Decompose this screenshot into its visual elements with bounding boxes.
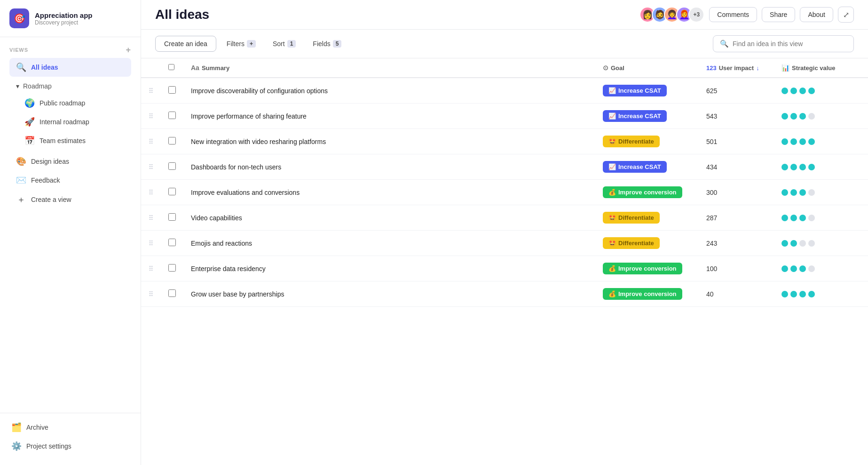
impact-value: 300 bbox=[706, 189, 717, 196]
summary-cell[interactable]: Enterprise data residency bbox=[183, 256, 595, 281]
row-checkbox[interactable] bbox=[168, 162, 176, 170]
drag-handle-icon[interactable]: ⠿ bbox=[149, 189, 153, 196]
row-checkbox[interactable] bbox=[168, 264, 176, 272]
summary-text: Emojis and reactions bbox=[191, 240, 252, 247]
dot-icon bbox=[790, 265, 797, 272]
table-row: ⠿New integration with video resharing pl… bbox=[141, 129, 868, 154]
row-checkbox[interactable] bbox=[168, 213, 176, 221]
row-checkbox[interactable] bbox=[168, 137, 176, 144]
goal-cell[interactable]: 📈Increase CSAT bbox=[595, 104, 699, 129]
sidebar-item-label: Project settings bbox=[26, 442, 71, 450]
row-checkbox[interactable] bbox=[168, 112, 176, 119]
drag-handle-icon[interactable]: ⠿ bbox=[149, 138, 153, 145]
goal-cell[interactable]: 🤩Differentiate bbox=[595, 205, 699, 231]
goal-badge: 💰Improve conversion bbox=[603, 288, 682, 300]
roadmap-children: 🌍 Public roadmap 🚀 Internal roadmap 📅 Te… bbox=[9, 94, 131, 150]
goal-cell[interactable]: 📈Increase CSAT bbox=[595, 154, 699, 180]
summary-cell[interactable]: Grow user base by partnerships bbox=[183, 281, 595, 307]
summary-text: New integration with video resharing pla… bbox=[191, 138, 326, 145]
sidebar-item-team-estimates[interactable]: 📅 Team estimates bbox=[18, 131, 131, 150]
sidebar-item-archive[interactable]: 🗂️ Archive bbox=[5, 418, 136, 437]
roadmap-header[interactable]: ▾ Roadmap bbox=[9, 79, 131, 94]
goal-cell[interactable]: 🤩Differentiate bbox=[595, 129, 699, 154]
row-checkbox[interactable] bbox=[168, 188, 176, 195]
fields-button[interactable]: Fields 5 bbox=[306, 36, 348, 51]
roadmap-label: Roadmap bbox=[23, 82, 52, 90]
goal-icon: 📈 bbox=[608, 163, 616, 170]
drag-handle-icon[interactable]: ⠿ bbox=[149, 265, 153, 273]
drag-handle-icon[interactable]: ⠿ bbox=[149, 163, 153, 171]
goal-badge: 📈Increase CSAT bbox=[603, 161, 667, 173]
goal-cell[interactable]: 📈Increase CSAT bbox=[595, 78, 699, 104]
summary-cell[interactable]: Improve performance of sharing feature bbox=[183, 104, 595, 129]
expand-button[interactable]: ⤢ bbox=[838, 7, 854, 23]
drag-cell: ⠿ bbox=[141, 180, 161, 205]
strategic-col-label: Strategic value bbox=[792, 64, 836, 72]
sidebar-item-project-settings[interactable]: ⚙️ Project settings bbox=[5, 437, 136, 456]
impact-cell: 243 bbox=[699, 231, 774, 256]
drag-handle-icon[interactable]: ⠿ bbox=[149, 214, 153, 222]
sidebar-item-design-ideas[interactable]: 🎨 Design ideas bbox=[9, 152, 131, 171]
filters-button[interactable]: Filters + bbox=[220, 36, 262, 51]
sidebar-item-all-ideas[interactable]: 🔍 All ideas bbox=[9, 58, 131, 77]
goal-cell[interactable]: 💰Improve conversion bbox=[595, 281, 699, 307]
th-impact[interactable]: 123 User impact ↓ bbox=[699, 58, 774, 78]
goal-label: Increase CSAT bbox=[618, 112, 661, 120]
about-button[interactable]: About bbox=[800, 7, 833, 22]
drag-handle-icon[interactable]: ⠿ bbox=[149, 290, 153, 298]
search-input[interactable] bbox=[733, 40, 847, 48]
strategic-cell bbox=[774, 281, 868, 307]
sidebar-item-internal-roadmap[interactable]: 🚀 Internal roadmap bbox=[18, 112, 131, 131]
goal-icon: 🤩 bbox=[608, 240, 616, 247]
summary-cell[interactable]: Emojis and reactions bbox=[183, 231, 595, 256]
dot-icon bbox=[799, 215, 806, 221]
topbar-left: All ideas bbox=[155, 7, 209, 22]
sidebar: 🎯 Appreciation app Discovery project VIE… bbox=[0, 0, 141, 465]
goal-icon: 🤩 bbox=[608, 214, 616, 221]
share-button[interactable]: Share bbox=[762, 7, 795, 22]
dot-icon bbox=[790, 138, 797, 145]
strategic-dots bbox=[781, 88, 860, 94]
summary-cell[interactable]: Dashboards for non-tech users bbox=[183, 154, 595, 180]
drag-handle-icon[interactable]: ⠿ bbox=[149, 87, 153, 95]
row-checkbox[interactable] bbox=[168, 289, 176, 297]
add-view-icon[interactable]: + bbox=[126, 46, 131, 54]
drag-cell: ⠿ bbox=[141, 256, 161, 281]
sidebar-item-label: Public roadmap bbox=[39, 99, 85, 107]
goal-badge: 💰Improve conversion bbox=[603, 186, 682, 198]
select-all-checkbox[interactable] bbox=[168, 64, 174, 70]
internal-roadmap-icon: 🚀 bbox=[24, 117, 35, 127]
row-checkbox[interactable] bbox=[168, 86, 176, 94]
drag-handle-icon[interactable]: ⠿ bbox=[149, 112, 153, 120]
impact-cell: 434 bbox=[699, 154, 774, 180]
th-goal[interactable]: ⊙ Goal bbox=[595, 58, 699, 78]
impact-value: 625 bbox=[706, 87, 717, 95]
goal-cell[interactable]: 💰Improve conversion bbox=[595, 180, 699, 205]
sidebar-item-create-view[interactable]: ＋ Create a view bbox=[9, 190, 131, 209]
summary-cell[interactable]: Improve evaluations and conversions bbox=[183, 180, 595, 205]
sidebar-item-feedback[interactable]: ✉️ Feedback bbox=[9, 171, 131, 190]
create-idea-button[interactable]: Create an idea bbox=[155, 36, 216, 52]
th-strategic[interactable]: 📊 Strategic value bbox=[774, 58, 868, 78]
summary-cell[interactable]: New integration with video resharing pla… bbox=[183, 129, 595, 154]
table-row: ⠿Enterprise data residency💰Improve conve… bbox=[141, 256, 868, 281]
summary-cell[interactable]: Improve discoverability of configuration… bbox=[183, 78, 595, 104]
all-ideas-icon: 🔍 bbox=[16, 62, 26, 72]
dot-icon bbox=[799, 291, 806, 297]
sort-button[interactable]: Sort 1 bbox=[266, 36, 302, 51]
row-checkbox[interactable] bbox=[168, 239, 176, 246]
summary-cell[interactable]: Video capabilities bbox=[183, 205, 595, 231]
sidebar-item-public-roadmap[interactable]: 🌍 Public roadmap bbox=[18, 94, 131, 112]
app-header: 🎯 Appreciation app Discovery project bbox=[0, 0, 141, 37]
avatars-group: 👩 🧔 👩‍🦱 👩‍🦰 +3 bbox=[639, 7, 704, 23]
goal-cell[interactable]: 💰Improve conversion bbox=[595, 256, 699, 281]
drag-handle-icon[interactable]: ⠿ bbox=[149, 240, 153, 247]
summary-text: Improve evaluations and conversions bbox=[191, 189, 300, 196]
design-ideas-icon: 🎨 bbox=[16, 156, 26, 167]
dot-icon bbox=[790, 291, 797, 297]
table-header-row: Aa Summary ⊙ Goal 123 User impact bbox=[141, 58, 868, 78]
goal-cell[interactable]: 🤩Differentiate bbox=[595, 231, 699, 256]
goal-icon: 📈 bbox=[608, 87, 616, 94]
th-summary[interactable]: Aa Summary bbox=[183, 58, 595, 78]
comments-button[interactable]: Comments bbox=[709, 7, 757, 22]
